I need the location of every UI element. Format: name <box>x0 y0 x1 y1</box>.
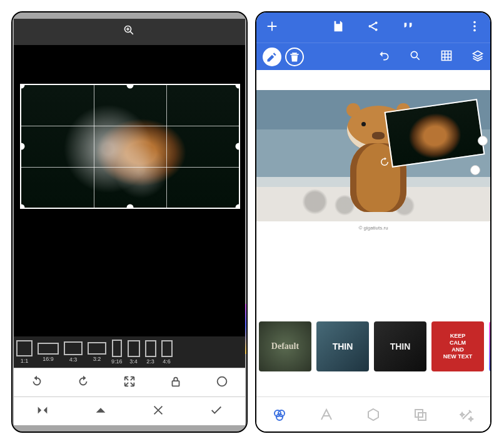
undo-button[interactable] <box>378 49 390 64</box>
crop-tool-row-1 <box>14 368 245 396</box>
crop-handle-mr[interactable] <box>236 143 241 150</box>
bottom-tab-bar <box>256 396 490 431</box>
share-button[interactable] <box>366 19 380 36</box>
ratio-label: 3:4 <box>129 358 138 365</box>
svg-point-3 <box>375 21 378 24</box>
ratio-shape-icon <box>161 340 173 357</box>
ratio-label: 2:3 <box>146 358 154 365</box>
style-thumb-2[interactable]: THIN <box>374 321 426 371</box>
style-thumb-strip[interactable]: DefaultTHINTHINKEEP CALM AND NEW TEXTME <box>256 320 490 373</box>
ratio-2-3[interactable]: 2:3 <box>145 340 156 365</box>
style-thumb-1[interactable]: THIN <box>316 321 369 371</box>
grid-line-v2 <box>166 85 167 208</box>
ratio-label: 1:1 <box>21 358 29 364</box>
tab-overlay[interactable] <box>396 397 443 431</box>
tab-text[interactable] <box>303 397 350 431</box>
image-credit: © gigatiuts.ru <box>256 225 490 231</box>
flip-horizontal-icon[interactable] <box>36 403 49 420</box>
quote-button[interactable] <box>401 19 415 36</box>
crop-handle-bl[interactable] <box>20 204 25 209</box>
overlay-resize-handle-br[interactable] <box>470 165 480 175</box>
ratio-shape-icon <box>88 342 106 355</box>
zoom-in-icon[interactable] <box>123 24 136 39</box>
sub-toolbar-right <box>378 49 484 64</box>
crop-handle-tr[interactable] <box>236 84 241 89</box>
ratio-shape-icon <box>128 340 140 357</box>
crop-handle-bc[interactable] <box>127 204 134 209</box>
cancel-button[interactable] <box>151 403 165 420</box>
phone-crop-editor: 1:116:94:33:29:163:42:34:6 <box>11 11 248 433</box>
ratio-3-2[interactable]: 3:2 <box>88 342 106 362</box>
svg-point-4 <box>375 28 378 31</box>
overlay-resize-handle-r[interactable] <box>478 136 488 146</box>
editor-canvas[interactable]: © gigatiuts.ru <box>256 70 490 320</box>
crop-handle-ml[interactable] <box>20 143 25 150</box>
ratio-3-4[interactable]: 3:4 <box>128 340 140 365</box>
grid-line-h1 <box>21 126 239 126</box>
delete-layer-button[interactable] <box>285 48 304 66</box>
phone-main-editor: © gigatiuts.ru DefaultTHINTHINKEEP CALM … <box>255 11 491 433</box>
style-thumb-4[interactable]: ME <box>489 321 490 371</box>
svg-point-5 <box>473 21 476 24</box>
expand-icon[interactable] <box>123 375 136 391</box>
top-toolbar-center <box>331 19 415 36</box>
crop-handle-tc[interactable] <box>127 84 134 89</box>
ratio-label: 3:2 <box>93 356 101 362</box>
ratio-shape-icon <box>38 343 59 355</box>
ratio-4-6[interactable]: 4:6 <box>161 340 173 365</box>
ratio-16-9[interactable]: 16:9 <box>38 343 59 362</box>
svg-point-6 <box>473 25 476 28</box>
sub-toolbar <box>256 43 490 70</box>
zoom-bar <box>14 19 245 45</box>
svg-point-11 <box>276 414 283 420</box>
ratio-shape-icon <box>145 340 156 357</box>
crop-image[interactable] <box>20 84 240 209</box>
ratio-shape-icon <box>112 340 122 357</box>
ratio-9-16[interactable]: 9:16 <box>111 340 123 365</box>
tab-effects[interactable] <box>443 397 490 431</box>
ratio-4-3[interactable]: 4:3 <box>64 341 83 363</box>
confirm-button[interactable] <box>209 403 223 420</box>
rotate-cw-icon[interactable] <box>76 375 90 391</box>
zoom-button[interactable] <box>409 49 421 64</box>
layers-button[interactable] <box>471 49 484 64</box>
ratio-shape-icon <box>16 340 33 356</box>
style-thumb-3[interactable]: KEEP CALM AND NEW TEXT <box>431 321 484 371</box>
ratio-shape-icon <box>64 341 83 355</box>
add-button[interactable] <box>265 19 279 36</box>
crop-tool-row-2 <box>14 396 245 425</box>
svg-point-8 <box>411 51 417 58</box>
svg-point-7 <box>473 29 476 32</box>
crop-canvas[interactable] <box>14 45 245 336</box>
grid-line-h2 <box>21 167 239 168</box>
ratio-label: 9:16 <box>111 358 123 365</box>
crop-handle-br[interactable] <box>236 204 241 209</box>
aspect-ratio-strip[interactable]: 1:116:94:33:29:163:42:34:6 <box>14 336 245 368</box>
svg-rect-0 <box>173 381 179 386</box>
edit-layer-button[interactable] <box>263 48 281 66</box>
svg-point-2 <box>368 25 371 28</box>
rotate-ccw-icon[interactable] <box>30 375 44 391</box>
overflow-menu-icon[interactable] <box>468 19 481 36</box>
svg-point-1 <box>218 376 227 386</box>
flip-vertical-icon[interactable] <box>94 403 108 420</box>
grid-line-v1 <box>94 85 94 208</box>
ratio-label: 16:9 <box>43 356 54 362</box>
grid-toggle-button[interactable] <box>440 49 453 64</box>
lock-icon[interactable] <box>169 375 183 391</box>
sub-toolbar-left <box>263 48 304 66</box>
style-thumb-0[interactable]: Default <box>259 321 311 371</box>
save-button[interactable] <box>331 19 345 36</box>
tab-filters[interactable] <box>256 397 303 431</box>
crop-modal: 1:116:94:33:29:163:42:34:6 <box>14 19 245 425</box>
circle-icon[interactable] <box>215 375 229 391</box>
tab-shapes[interactable] <box>350 397 397 431</box>
crop-grid[interactable] <box>20 84 240 209</box>
ratio-label: 4:3 <box>69 356 78 363</box>
ratio-label: 4:6 <box>163 358 171 365</box>
crop-handle-tl[interactable] <box>20 84 25 89</box>
top-toolbar <box>256 13 490 43</box>
ratio-1-1[interactable]: 1:1 <box>16 340 33 364</box>
overlay-rotate-handle[interactable] <box>379 156 390 168</box>
